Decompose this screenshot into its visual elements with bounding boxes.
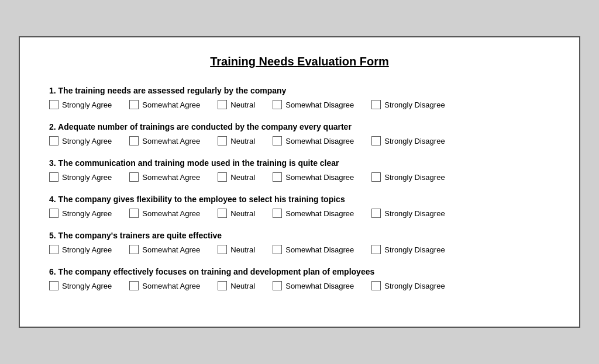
option-label-q2-opt2: Neutral	[230, 137, 255, 145]
option-item-q1-neutral[interactable]: Neutral	[218, 100, 255, 109]
option-label-q5-opt3: Somewhat Disagree	[285, 245, 354, 254]
checkbox-q4-opt2[interactable]	[218, 209, 227, 218]
option-label-q6-opt2: Neutral	[230, 282, 255, 290]
options-row-6: Strongly AgreeSomewhat AgreeNeutralSomew…	[49, 281, 550, 290]
option-item-q5-strongly-disagree[interactable]: Strongly Disagree	[371, 245, 445, 254]
option-item-q6-strongly-agree[interactable]: Strongly Agree	[49, 281, 112, 290]
checkbox-q4-opt0[interactable]	[49, 209, 58, 218]
option-label-q1-opt1: Somewhat Agree	[142, 100, 200, 109]
option-label-q3-opt2: Neutral	[230, 173, 255, 182]
option-item-q3-neutral[interactable]: Neutral	[218, 172, 255, 182]
checkbox-q1-opt2[interactable]	[218, 100, 227, 109]
checkbox-q6-opt0[interactable]	[49, 281, 58, 290]
option-item-q6-somewhat-agree[interactable]: Somewhat Agree	[129, 281, 200, 290]
checkbox-q6-opt2[interactable]	[218, 281, 227, 290]
question-block-6: 6. The company effectively focuses on tr…	[49, 267, 550, 290]
option-label-q3-opt0: Strongly Agree	[62, 173, 112, 182]
checkbox-q4-opt3[interactable]	[273, 209, 282, 218]
option-label-q5-opt4: Strongly Disagree	[384, 245, 445, 254]
checkbox-q6-opt3[interactable]	[273, 281, 282, 290]
option-label-q3-opt3: Somewhat Disagree	[285, 173, 354, 182]
option-item-q2-neutral[interactable]: Neutral	[218, 136, 255, 145]
options-row-5: Strongly AgreeSomewhat AgreeNeutralSomew…	[49, 245, 550, 254]
question-text-3: 3. The communication and training mode u…	[49, 158, 550, 168]
checkbox-q6-opt1[interactable]	[129, 281, 139, 290]
option-item-q4-strongly-disagree[interactable]: Strongly Disagree	[371, 209, 445, 218]
option-label-q2-opt3: Somewhat Disagree	[285, 137, 354, 145]
checkbox-q3-opt2[interactable]	[218, 172, 227, 182]
option-item-q1-somewhat-agree[interactable]: Somewhat Agree	[129, 100, 200, 109]
option-label-q4-opt1: Somewhat Agree	[142, 209, 200, 218]
option-item-q4-strongly-agree[interactable]: Strongly Agree	[49, 209, 112, 218]
option-item-q4-somewhat-disagree[interactable]: Somewhat Disagree	[273, 209, 354, 218]
checkbox-q3-opt4[interactable]	[371, 172, 381, 182]
option-item-q1-strongly-agree[interactable]: Strongly Agree	[49, 100, 112, 109]
checkbox-q2-opt1[interactable]	[129, 136, 139, 145]
option-label-q2-opt1: Somewhat Agree	[142, 137, 200, 145]
option-item-q3-somewhat-agree[interactable]: Somewhat Agree	[129, 172, 200, 182]
option-item-q5-somewhat-disagree[interactable]: Somewhat Disagree	[273, 245, 354, 254]
question-block-1: 1. The training needs are assessed regul…	[49, 86, 550, 109]
option-item-q2-somewhat-agree[interactable]: Somewhat Agree	[129, 136, 200, 145]
option-label-q4-opt4: Strongly Disagree	[384, 209, 445, 218]
option-item-q1-strongly-disagree[interactable]: Strongly Disagree	[371, 100, 445, 109]
checkbox-q1-opt0[interactable]	[49, 100, 58, 109]
option-label-q6-opt3: Somewhat Disagree	[285, 282, 354, 290]
option-item-q6-strongly-disagree[interactable]: Strongly Disagree	[371, 281, 445, 290]
option-label-q1-opt0: Strongly Agree	[62, 100, 112, 109]
question-text-1: 1. The training needs are assessed regul…	[49, 86, 550, 95]
form-title: Training Needs Evaluation Form	[49, 55, 550, 68]
option-item-q1-somewhat-disagree[interactable]: Somewhat Disagree	[273, 100, 354, 109]
option-label-q2-opt4: Strongly Disagree	[384, 137, 445, 145]
checkbox-q1-opt1[interactable]	[129, 100, 139, 109]
option-label-q2-opt0: Strongly Agree	[62, 137, 112, 145]
checkbox-q5-opt1[interactable]	[129, 245, 139, 254]
option-label-q5-opt0: Strongly Agree	[62, 245, 112, 254]
checkbox-q3-opt1[interactable]	[129, 172, 139, 182]
option-item-q4-neutral[interactable]: Neutral	[218, 209, 255, 218]
checkbox-q5-opt2[interactable]	[218, 245, 227, 254]
question-block-4: 4. The company gives flexibility to the …	[49, 195, 550, 218]
option-label-q5-opt1: Somewhat Agree	[142, 245, 200, 254]
option-label-q3-opt4: Strongly Disagree	[384, 173, 445, 182]
checkbox-q1-opt4[interactable]	[371, 100, 381, 109]
option-label-q4-opt0: Strongly Agree	[62, 209, 112, 218]
option-item-q4-somewhat-agree[interactable]: Somewhat Agree	[129, 209, 200, 218]
option-label-q6-opt0: Strongly Agree	[62, 282, 112, 290]
question-text-4: 4. The company gives flexibility to the …	[49, 195, 550, 204]
option-item-q5-strongly-agree[interactable]: Strongly Agree	[49, 245, 112, 254]
question-text-5: 5. The company's trainers are quite effe…	[49, 231, 550, 240]
option-item-q5-neutral[interactable]: Neutral	[218, 245, 255, 254]
option-item-q2-strongly-agree[interactable]: Strongly Agree	[49, 136, 112, 145]
form-container: Training Needs Evaluation Form 1. The tr…	[19, 36, 580, 328]
checkbox-q4-opt1[interactable]	[129, 209, 139, 218]
checkbox-q3-opt3[interactable]	[273, 172, 282, 182]
option-label-q6-opt4: Strongly Disagree	[384, 282, 445, 290]
option-item-q2-somewhat-disagree[interactable]: Somewhat Disagree	[273, 136, 354, 145]
checkbox-q3-opt0[interactable]	[49, 172, 58, 182]
checkbox-q4-opt4[interactable]	[371, 209, 381, 218]
checkbox-q5-opt0[interactable]	[49, 245, 58, 254]
checkbox-q5-opt4[interactable]	[371, 245, 381, 254]
question-block-5: 5. The company's trainers are quite effe…	[49, 231, 550, 254]
option-item-q3-strongly-disagree[interactable]: Strongly Disagree	[371, 172, 445, 182]
checkbox-q1-opt3[interactable]	[273, 100, 282, 109]
checkbox-q2-opt0[interactable]	[49, 136, 58, 145]
checkbox-q2-opt4[interactable]	[371, 136, 381, 145]
option-item-q3-strongly-agree[interactable]: Strongly Agree	[49, 172, 112, 182]
checkbox-q2-opt3[interactable]	[273, 136, 282, 145]
checkbox-q6-opt4[interactable]	[371, 281, 381, 290]
option-item-q5-somewhat-agree[interactable]: Somewhat Agree	[129, 245, 200, 254]
option-label-q1-opt3: Somewhat Disagree	[285, 100, 354, 109]
option-item-q3-somewhat-disagree[interactable]: Somewhat Disagree	[273, 172, 354, 182]
question-text-2: 2. Adequate number of trainings are cond…	[49, 122, 550, 131]
options-row-1: Strongly AgreeSomewhat AgreeNeutralSomew…	[49, 100, 550, 109]
question-block-3: 3. The communication and training mode u…	[49, 158, 550, 182]
option-item-q2-strongly-disagree[interactable]: Strongly Disagree	[371, 136, 445, 145]
option-item-q6-somewhat-disagree[interactable]: Somewhat Disagree	[273, 281, 354, 290]
checkbox-q2-opt2[interactable]	[218, 136, 227, 145]
checkbox-q5-opt3[interactable]	[273, 245, 282, 254]
option-item-q6-neutral[interactable]: Neutral	[218, 281, 255, 290]
options-row-3: Strongly AgreeSomewhat AgreeNeutralSomew…	[49, 172, 550, 182]
option-label-q1-opt2: Neutral	[230, 100, 255, 109]
